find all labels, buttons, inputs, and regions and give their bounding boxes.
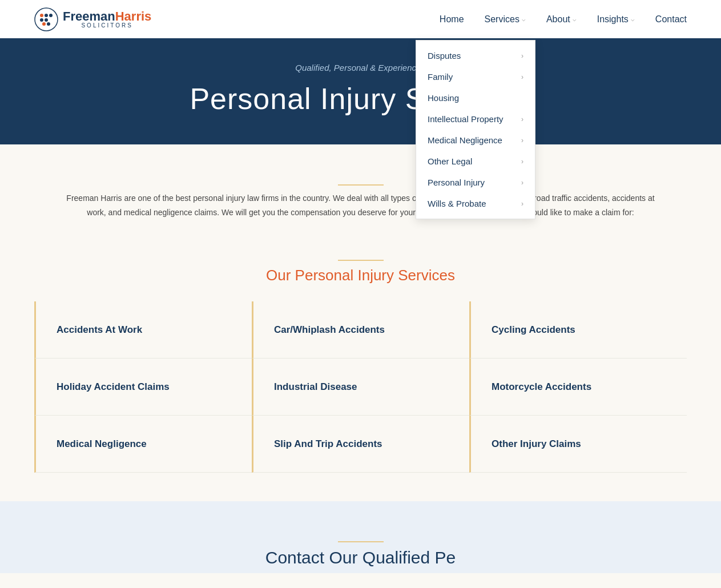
dropdown-item-medical-negligence[interactable]: Medical Negligence › — [416, 130, 535, 151]
service-link-motorcycle[interactable]: Motorcycle Accidents — [492, 381, 591, 393]
service-link-cycling[interactable]: Cycling Accidents — [492, 324, 575, 336]
service-link-car-whiplash[interactable]: Car/Whiplash Accidents — [274, 324, 385, 336]
arrow-icon: › — [521, 73, 523, 81]
footer-top-title: Contact Our Qualified Pe — [34, 548, 687, 567]
nav-contact[interactable]: Contact — [655, 14, 687, 25]
svg-point-3 — [40, 18, 43, 22]
header: FreemanHarris SOLICITORS Home Services ⌵… — [0, 0, 721, 40]
body-text: Freeman Harris are one of the best perso… — [57, 191, 664, 220]
chevron-down-icon: ⌵ — [522, 15, 526, 23]
hero-section: Qualified, Personal & Experienced Person… — [0, 40, 721, 144]
footer-top: Contact Our Qualified Pe — [0, 501, 721, 573]
arrow-icon: › — [521, 136, 523, 144]
arrow-icon: › — [521, 179, 523, 187]
service-cell-medical-negligence[interactable]: Medical Negligence — [34, 416, 252, 473]
chevron-down-icon: ⌵ — [631, 15, 635, 23]
hero-subtitle: Qualified, Personal & Experienced — [34, 63, 687, 73]
service-cell-car-whiplash[interactable]: Car/Whiplash Accidents — [252, 301, 469, 359]
service-link-other-injury[interactable]: Other Injury Claims — [492, 438, 581, 450]
nav-insights[interactable]: Insights ⌵ — [597, 14, 635, 25]
body-content: Freeman Harris are one of the best perso… — [0, 144, 721, 237]
chevron-down-icon: ⌵ — [573, 15, 577, 23]
main-nav: Home Services ⌵ About ⌵ Insights ⌵ Conta… — [440, 14, 687, 25]
service-cell-accidents-at-work[interactable]: Accidents At Work — [34, 301, 252, 359]
service-cell-cycling[interactable]: Cycling Accidents — [469, 301, 687, 359]
logo-text: FreemanHarris SOLICITORS — [63, 10, 151, 29]
nav-home[interactable]: Home — [440, 14, 464, 25]
service-link-medical-negligence[interactable]: Medical Negligence — [57, 438, 147, 450]
logo-harris: Harris — [115, 9, 152, 23]
dropdown-item-personal-injury[interactable]: Personal Injury › — [416, 172, 535, 193]
logo-solicitors: SOLICITORS — [63, 23, 151, 29]
svg-point-5 — [49, 14, 53, 17]
arrow-icon: › — [521, 158, 523, 166]
services-section: Our Personal Injury Services Accidents A… — [0, 237, 721, 501]
arrow-icon: › — [521, 115, 523, 123]
hero-title: Personal Injury Solicitors — [34, 82, 687, 116]
service-link-accidents-at-work[interactable]: Accidents At Work — [57, 324, 142, 336]
svg-point-4 — [45, 18, 48, 22]
dropdown-item-other-legal[interactable]: Other Legal › — [416, 151, 535, 172]
dropdown-item-wills-probate[interactable]: Wills & Probate › — [416, 193, 535, 214]
service-cell-holiday[interactable]: Holiday Accident Claims — [34, 359, 252, 416]
nav-about[interactable]: About ⌵ — [546, 14, 577, 25]
nav-services[interactable]: Services ⌵ — [485, 14, 526, 25]
arrow-icon: › — [521, 52, 523, 60]
services-divider — [338, 260, 384, 261]
top-divider — [338, 184, 384, 186]
service-cell-industrial[interactable]: Industrial Disease — [252, 359, 469, 416]
footer-divider — [338, 541, 384, 542]
logo[interactable]: FreemanHarris SOLICITORS — [34, 7, 151, 31]
svg-point-7 — [47, 22, 50, 26]
svg-point-6 — [42, 22, 46, 26]
dropdown-item-family[interactable]: Family › — [416, 66, 535, 87]
arrow-icon: › — [521, 200, 523, 208]
service-cell-motorcycle[interactable]: Motorcycle Accidents — [469, 359, 687, 416]
svg-point-1 — [40, 14, 43, 17]
service-cell-other-injury[interactable]: Other Injury Claims — [469, 416, 687, 473]
service-link-slip-trip[interactable]: Slip And Trip Accidents — [274, 438, 382, 450]
services-dropdown: Disputes › Family › Housing Intellectual… — [416, 40, 535, 219]
dropdown-item-intellectual-property[interactable]: Intellectual Property › — [416, 108, 535, 130]
dropdown-item-disputes[interactable]: Disputes › — [416, 45, 535, 66]
services-title: Our Personal Injury Services — [34, 267, 687, 284]
dropdown-item-housing[interactable]: Housing — [416, 87, 535, 108]
logo-freeman: Freeman — [63, 9, 115, 23]
service-link-holiday[interactable]: Holiday Accident Claims — [57, 381, 170, 393]
service-link-industrial[interactable]: Industrial Disease — [274, 381, 357, 393]
svg-point-2 — [45, 14, 48, 17]
service-cell-slip-trip[interactable]: Slip And Trip Accidents — [252, 416, 469, 473]
services-grid: Accidents At Work Car/Whiplash Accidents… — [34, 301, 687, 473]
